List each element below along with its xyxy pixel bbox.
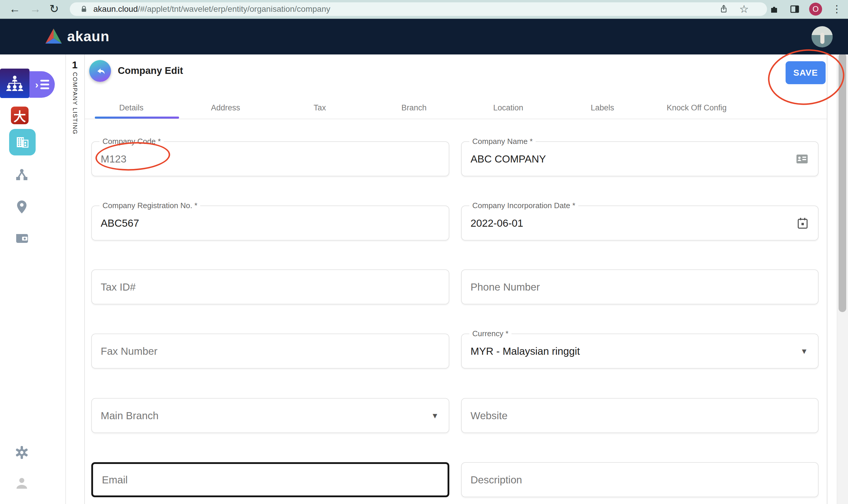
akaun-triangle-logo-icon — [44, 28, 63, 45]
extensions-puzzle-icon[interactable] — [769, 4, 779, 14]
tab-labels[interactable]: Labels — [555, 97, 650, 119]
page-title: Company Edit — [118, 65, 183, 76]
sidebar-item-hierarchy[interactable] — [0, 168, 43, 182]
sidebar-item-organisation-active[interactable] — [0, 69, 30, 98]
network-node-icon — [15, 168, 29, 182]
email-field-focused[interactable]: Email — [91, 462, 449, 497]
tab-address[interactable]: Address — [178, 97, 273, 119]
url-domain: akaun.cloud — [93, 4, 138, 14]
lock-icon — [80, 5, 88, 13]
contact-card-icon[interactable] — [796, 154, 808, 164]
screen: ← → ↻ akaun.cloud/#/applet/tnt/wavelet/e… — [0, 0, 848, 504]
tax-id-placeholder: Tax ID# — [101, 281, 136, 293]
currency-value: MYR - Malaysian ringgit — [470, 345, 580, 357]
gear-icon — [15, 446, 29, 460]
company-name-field[interactable]: Company Name * ABC COMPANY — [461, 141, 818, 176]
rail-label: COMPANY LISTING — [72, 72, 78, 135]
browser-profile-badge[interactable]: O — [809, 3, 822, 16]
browser-forward-icon[interactable]: → — [29, 0, 42, 18]
company-incorporation-date-value: 2022-06-01 — [470, 217, 523, 229]
fax-number-field[interactable]: Fax Number — [91, 334, 449, 368]
sidebar-item-company-active-module[interactable] — [9, 129, 36, 156]
share-icon[interactable] — [719, 4, 729, 14]
company-name-label: Company Name * — [469, 137, 536, 146]
scrollbar-track[interactable] — [837, 18, 848, 504]
panel-divider — [827, 54, 827, 504]
email-placeholder: Email — [102, 474, 128, 486]
company-listing-rail[interactable]: 1 COMPANY LISTING — [65, 54, 85, 504]
tab-bar: Details Address Tax Branch Location Labe… — [84, 97, 827, 119]
company-name-value: ABC COMPANY — [470, 153, 546, 165]
browser-reload-icon[interactable]: ↻ — [48, 0, 61, 18]
sidebar-item-location[interactable] — [0, 200, 43, 215]
browser-menu-icon[interactable]: ⋮ — [831, 0, 843, 18]
website-field[interactable]: Website — [461, 398, 818, 433]
brand-logo[interactable]: akaun — [44, 18, 110, 54]
browser-back-icon[interactable]: ← — [8, 0, 21, 18]
company-code-field[interactable]: Company Code * M123 — [91, 141, 449, 176]
sidebar-item-wallet[interactable] — [0, 232, 43, 244]
url-text: akaun.cloud/#/applet/tnt/wavelet/erp/ent… — [93, 2, 330, 16]
fax-number-placeholder: Fax Number — [101, 345, 158, 357]
tax-id-field[interactable]: Tax ID# — [91, 269, 449, 304]
tab-location[interactable]: Location — [461, 97, 555, 119]
brand-name: akaun — [67, 28, 110, 44]
sidebar-settings[interactable] — [0, 446, 43, 460]
console-menu-icon: › — [35, 79, 49, 90]
company-code-label: Company Code * — [100, 137, 164, 146]
url-path: /#/applet/tnt/wavelet/erp/entity/organis… — [138, 4, 330, 14]
main-branch-placeholder: Main Branch — [101, 410, 158, 421]
applet-sidebar: › 大 — [0, 54, 66, 504]
chevron-down-icon[interactable]: ▼ — [431, 411, 439, 420]
tab-knock-off-config[interactable]: Knock Off Config — [650, 97, 744, 119]
company-incorporation-date-field[interactable]: Company Incorporation Date * 2022-06-01 — [461, 205, 818, 240]
browser-toolbar: ← → ↻ akaun.cloud/#/applet/tnt/wavelet/e… — [0, 0, 848, 19]
cjk-app-icon: 大 — [14, 107, 26, 125]
address-bar[interactable]: akaun.cloud/#/applet/tnt/wavelet/erp/ent… — [70, 2, 767, 16]
bookmark-star-icon[interactable]: ☆ — [739, 3, 749, 15]
user-avatar[interactable] — [811, 26, 833, 48]
save-button[interactable]: SAVE — [786, 61, 826, 84]
scrollbar-thumb[interactable] — [838, 53, 846, 312]
org-chart-icon — [5, 74, 24, 93]
calendar-icon[interactable] — [797, 217, 808, 229]
website-placeholder: Website — [470, 410, 508, 421]
sidebar-profile[interactable] — [0, 476, 43, 490]
company-registration-no-value: ABC567 — [101, 217, 139, 229]
chevron-down-icon[interactable]: ▼ — [800, 346, 808, 356]
description-placeholder: Description — [470, 474, 522, 486]
sidebar-item-red-app[interactable]: 大 — [11, 107, 29, 124]
rail-index: 1 — [65, 59, 84, 71]
wallet-icon — [15, 232, 29, 244]
tab-details[interactable]: Details — [84, 97, 178, 119]
back-arrow-icon — [94, 65, 106, 77]
phone-number-field[interactable]: Phone Number — [461, 269, 818, 304]
app-header: akaun — [0, 18, 848, 54]
company-incorporation-date-label: Company Incorporation Date * — [469, 201, 578, 210]
tab-branch[interactable]: Branch — [367, 97, 461, 119]
active-tab-underline — [95, 116, 179, 119]
description-field[interactable]: Description — [461, 462, 818, 497]
company-registration-no-field[interactable]: Company Registration No. * ABC567 — [91, 205, 449, 240]
building-icon — [15, 135, 30, 149]
currency-select[interactable]: Currency * MYR - Malaysian ringgit ▼ — [461, 334, 818, 368]
map-pin-icon — [15, 200, 28, 215]
back-button[interactable] — [89, 60, 111, 82]
company-registration-no-label: Company Registration No. * — [100, 201, 200, 210]
side-panel-icon[interactable] — [790, 4, 800, 14]
open-listing-flyout-button[interactable]: › — [30, 71, 55, 98]
tab-tax[interactable]: Tax — [273, 97, 367, 119]
phone-number-placeholder: Phone Number — [470, 281, 540, 293]
person-icon — [15, 476, 29, 490]
company-code-value: M123 — [101, 153, 127, 165]
main-branch-select[interactable]: Main Branch ▼ — [91, 398, 449, 433]
currency-label: Currency * — [469, 329, 511, 338]
